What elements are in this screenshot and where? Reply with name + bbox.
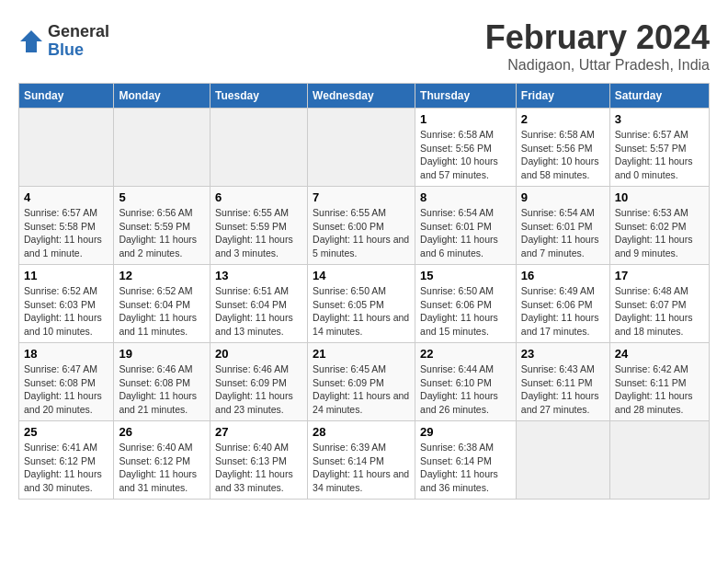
day-info: Sunrise: 6:53 AMSunset: 6:02 PMDaylight:… [615,206,704,260]
calendar-cell: 13Sunrise: 6:51 AMSunset: 6:04 PMDayligh… [210,265,308,343]
header-row: SundayMondayTuesdayWednesdayThursdayFrid… [19,84,710,109]
day-number: 22 [420,347,511,361]
calendar-cell: 18Sunrise: 6:47 AMSunset: 6:08 PMDayligh… [19,343,114,421]
day-info: Sunrise: 6:52 AMSunset: 6:03 PMDaylight:… [24,284,108,339]
day-number: 17 [615,269,704,282]
calendar-cell: 10Sunrise: 6:53 AMSunset: 6:02 PMDayligh… [609,187,709,265]
day-number: 23 [521,347,605,361]
calendar-cell: 24Sunrise: 6:42 AMSunset: 6:11 PMDayligh… [609,343,709,421]
day-info: Sunrise: 6:40 AMSunset: 6:13 PMDaylight:… [215,441,302,495]
calendar-cell: 15Sunrise: 6:50 AMSunset: 6:06 PMDayligh… [415,265,517,343]
day-number: 5 [119,190,205,204]
calendar-cell: 8Sunrise: 6:54 AMSunset: 6:01 PMDaylight… [415,187,517,265]
day-info: Sunrise: 6:48 AMSunset: 6:07 PMDaylight:… [615,284,704,339]
calendar-cell [308,109,415,187]
svg-marker-0 [20,30,42,52]
calendar-cell: 29Sunrise: 6:38 AMSunset: 6:14 PMDayligh… [415,421,517,500]
calendar-cell: 4Sunrise: 6:57 AMSunset: 5:58 PMDaylight… [19,187,114,265]
day-number: 25 [24,425,108,439]
day-of-week-header: Saturday [609,84,709,109]
day-info: Sunrise: 6:42 AMSunset: 6:11 PMDaylight:… [615,362,704,417]
title-section: February 2024 Nadigaon, Uttar Pradesh, I… [485,18,710,74]
day-number: 10 [615,190,704,204]
day-number: 28 [313,425,410,439]
day-info: Sunrise: 6:46 AMSunset: 6:08 PMDaylight:… [119,362,205,417]
calendar-cell: 12Sunrise: 6:52 AMSunset: 6:04 PMDayligh… [114,265,210,343]
calendar-cell: 17Sunrise: 6:48 AMSunset: 6:07 PMDayligh… [609,265,709,343]
day-info: Sunrise: 6:50 AMSunset: 6:05 PMDaylight:… [313,284,410,339]
calendar-cell [609,421,709,500]
day-number: 19 [119,347,205,361]
calendar-week-row: 11Sunrise: 6:52 AMSunset: 6:03 PMDayligh… [19,265,710,343]
calendar-cell: 20Sunrise: 6:46 AMSunset: 6:09 PMDayligh… [210,343,308,421]
logo-icon [18,29,44,54]
calendar-cell [114,109,210,187]
day-info: Sunrise: 6:58 AMSunset: 5:56 PMDaylight:… [521,128,605,182]
calendar-cell: 21Sunrise: 6:45 AMSunset: 6:09 PMDayligh… [308,343,415,421]
day-of-week-header: Wednesday [308,84,415,109]
day-number: 7 [313,190,410,204]
calendar-cell: 11Sunrise: 6:52 AMSunset: 6:03 PMDayligh… [19,265,114,343]
calendar-cell: 14Sunrise: 6:50 AMSunset: 6:05 PMDayligh… [308,265,415,343]
day-info: Sunrise: 6:54 AMSunset: 6:01 PMDaylight:… [521,206,605,260]
calendar-week-row: 1Sunrise: 6:58 AMSunset: 5:56 PMDaylight… [19,109,710,187]
day-number: 11 [24,269,108,282]
calendar-cell: 1Sunrise: 6:58 AMSunset: 5:56 PMDaylight… [415,109,517,187]
main-title: February 2024 [485,18,710,57]
day-info: Sunrise: 6:54 AMSunset: 6:01 PMDaylight:… [420,206,511,260]
day-info: Sunrise: 6:47 AMSunset: 6:08 PMDaylight:… [24,362,108,417]
day-info: Sunrise: 6:55 AMSunset: 6:00 PMDaylight:… [313,206,410,260]
day-of-week-header: Monday [114,84,210,109]
header: General Blue February 2024 Nadigaon, Utt… [18,18,710,74]
day-number: 8 [420,190,511,204]
day-number: 1 [420,112,511,126]
day-info: Sunrise: 6:51 AMSunset: 6:04 PMDaylight:… [215,284,302,339]
day-number: 20 [215,347,302,361]
logo-text: General Blue [48,23,109,60]
day-info: Sunrise: 6:57 AMSunset: 5:57 PMDaylight:… [615,128,704,182]
calendar-cell: 28Sunrise: 6:39 AMSunset: 6:14 PMDayligh… [308,421,415,500]
calendar-cell: 26Sunrise: 6:40 AMSunset: 6:12 PMDayligh… [114,421,210,500]
logo-general: General [48,23,109,41]
calendar-cell: 9Sunrise: 6:54 AMSunset: 6:01 PMDaylight… [516,187,609,265]
calendar-cell: 6Sunrise: 6:55 AMSunset: 5:59 PMDaylight… [210,187,308,265]
day-info: Sunrise: 6:45 AMSunset: 6:09 PMDaylight:… [313,362,410,417]
day-info: Sunrise: 6:56 AMSunset: 5:59 PMDaylight:… [119,206,205,260]
day-info: Sunrise: 6:38 AMSunset: 6:14 PMDaylight:… [420,441,511,495]
calendar-cell: 27Sunrise: 6:40 AMSunset: 6:13 PMDayligh… [210,421,308,500]
day-info: Sunrise: 6:41 AMSunset: 6:12 PMDaylight:… [24,441,108,495]
calendar-cell: 2Sunrise: 6:58 AMSunset: 5:56 PMDaylight… [516,109,609,187]
day-number: 9 [521,190,605,204]
day-info: Sunrise: 6:50 AMSunset: 6:06 PMDaylight:… [420,284,511,339]
day-of-week-header: Thursday [415,84,517,109]
day-info: Sunrise: 6:40 AMSunset: 6:12 PMDaylight:… [119,441,205,495]
day-info: Sunrise: 6:43 AMSunset: 6:11 PMDaylight:… [521,362,605,417]
day-info: Sunrise: 6:57 AMSunset: 5:58 PMDaylight:… [24,206,108,260]
calendar-cell: 23Sunrise: 6:43 AMSunset: 6:11 PMDayligh… [516,343,609,421]
day-of-week-header: Sunday [19,84,114,109]
day-number: 27 [215,425,302,439]
calendar-cell: 3Sunrise: 6:57 AMSunset: 5:57 PMDaylight… [609,109,709,187]
calendar-cell [516,421,609,500]
day-number: 3 [615,112,704,126]
day-number: 6 [215,190,302,204]
calendar-cell: 22Sunrise: 6:44 AMSunset: 6:10 PMDayligh… [415,343,517,421]
calendar-cell: 5Sunrise: 6:56 AMSunset: 5:59 PMDaylight… [114,187,210,265]
day-info: Sunrise: 6:39 AMSunset: 6:14 PMDaylight:… [313,441,410,495]
day-of-week-header: Tuesday [210,84,308,109]
logo: General Blue [18,23,109,60]
day-number: 4 [24,190,108,204]
day-number: 26 [119,425,205,439]
day-number: 29 [420,425,511,439]
day-info: Sunrise: 6:52 AMSunset: 6:04 PMDaylight:… [119,284,205,339]
calendar-cell [19,109,114,187]
day-info: Sunrise: 6:44 AMSunset: 6:10 PMDaylight:… [420,362,511,417]
day-number: 16 [521,269,605,282]
calendar-cell: 19Sunrise: 6:46 AMSunset: 6:08 PMDayligh… [114,343,210,421]
calendar-cell: 25Sunrise: 6:41 AMSunset: 6:12 PMDayligh… [19,421,114,500]
calendar-cell: 16Sunrise: 6:49 AMSunset: 6:06 PMDayligh… [516,265,609,343]
day-number: 21 [313,347,410,361]
calendar-table: SundayMondayTuesdayWednesdayThursdayFrid… [18,83,710,500]
day-number: 24 [615,347,704,361]
day-number: 18 [24,347,108,361]
